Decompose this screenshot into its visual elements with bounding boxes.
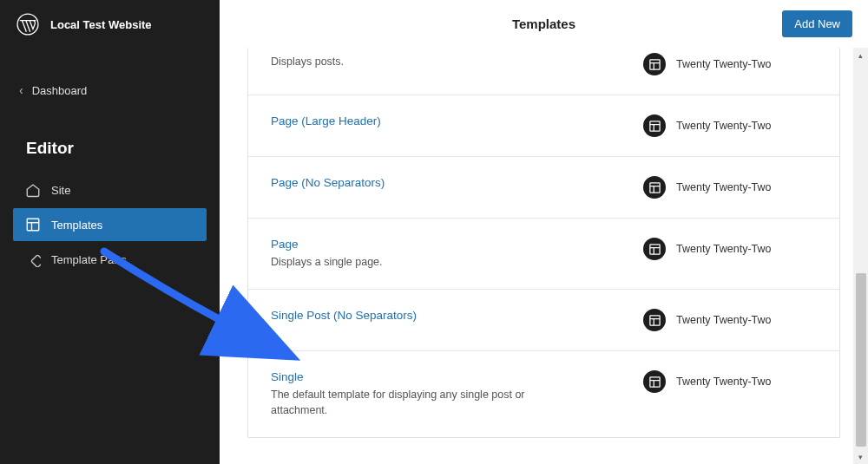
theme-name: Twenty Twenty-Two bbox=[676, 314, 772, 326]
svg-rect-1 bbox=[27, 219, 39, 231]
template-description: Displays posts. bbox=[271, 56, 344, 68]
vertical-scrollbar[interactable]: ▴ ▾ bbox=[853, 48, 868, 464]
template-link-single[interactable]: Single bbox=[271, 370, 643, 383]
template-link-page-no-separators[interactable]: Page (No Separators) bbox=[271, 176, 643, 189]
home-icon bbox=[25, 182, 44, 198]
template-link-single-post-no-separators[interactable]: Single Post (No Separators) bbox=[271, 309, 643, 322]
sidebar-header: Local Test Website bbox=[0, 0, 220, 49]
nav-item-templates[interactable]: Templates bbox=[13, 208, 207, 241]
svg-rect-8 bbox=[649, 121, 659, 130]
theme-name: Twenty Twenty-Two bbox=[676, 58, 772, 70]
template-link-page[interactable]: Page bbox=[271, 238, 643, 251]
back-label: Dashboard bbox=[32, 84, 88, 97]
nav-list: Site Templates Template Parts bbox=[0, 173, 220, 276]
scroll-down-icon[interactable]: ▾ bbox=[853, 449, 868, 464]
svg-rect-4 bbox=[31, 255, 41, 267]
page-title: Templates bbox=[512, 16, 575, 31]
diamond-icon bbox=[25, 252, 44, 267]
template-list: Displays posts. Twenty Twenty-Two Page (… bbox=[247, 48, 840, 438]
nav-label: Template Parts bbox=[51, 253, 127, 266]
template-row: Page Displays a single page. Twenty Twen… bbox=[248, 219, 839, 290]
theme-layout-icon bbox=[643, 53, 666, 75]
template-row: Single Post (No Separators) Twenty Twent… bbox=[248, 290, 839, 351]
wordpress-logo-icon[interactable] bbox=[16, 12, 40, 36]
svg-rect-20 bbox=[649, 377, 659, 387]
theme-name: Twenty Twenty-Two bbox=[676, 120, 772, 132]
theme-name: Twenty Twenty-Two bbox=[676, 243, 772, 255]
svg-rect-5 bbox=[649, 59, 659, 69]
content-area: Displays posts. Twenty Twenty-Two Page (… bbox=[220, 48, 868, 438]
theme-name: Twenty Twenty-Two bbox=[676, 376, 772, 388]
site-title: Local Test Website bbox=[50, 18, 152, 31]
template-row: Displays posts. Twenty Twenty-Two bbox=[248, 48, 839, 95]
main-content: Templates Add New Displays posts. Twenty… bbox=[220, 0, 868, 464]
theme-layout-icon bbox=[643, 114, 666, 137]
template-description: The default template for displaying any … bbox=[271, 387, 549, 418]
svg-rect-11 bbox=[649, 182, 659, 192]
template-description: Displays a single page. bbox=[271, 254, 549, 270]
chevron-left-icon: ‹ bbox=[19, 83, 23, 97]
top-bar: Templates Add New bbox=[220, 0, 868, 48]
theme-layout-icon bbox=[643, 370, 666, 393]
template-row: Page (No Separators) Twenty Twenty-Two bbox=[248, 157, 839, 219]
theme-layout-icon bbox=[643, 238, 666, 260]
back-to-dashboard[interactable]: ‹ Dashboard bbox=[0, 73, 220, 108]
svg-rect-17 bbox=[649, 316, 659, 325]
sidebar: Local Test Website ‹ Dashboard Editor Si… bbox=[0, 0, 220, 464]
template-row: Single The default template for displayi… bbox=[248, 351, 839, 437]
theme-layout-icon bbox=[643, 176, 666, 199]
layout-icon bbox=[25, 217, 44, 232]
nav-label: Site bbox=[51, 184, 70, 197]
theme-name: Twenty Twenty-Two bbox=[676, 181, 772, 193]
scroll-thumb[interactable] bbox=[856, 273, 866, 447]
scroll-up-icon[interactable]: ▴ bbox=[853, 48, 868, 62]
template-row: Page (Large Header) Twenty Twenty-Two bbox=[248, 95, 839, 157]
editor-heading: Editor bbox=[0, 139, 220, 158]
add-new-button[interactable]: Add New bbox=[782, 10, 852, 37]
svg-rect-14 bbox=[649, 244, 659, 253]
theme-layout-icon bbox=[643, 309, 666, 331]
nav-item-site[interactable]: Site bbox=[13, 173, 207, 206]
nav-item-template-parts[interactable]: Template Parts bbox=[13, 243, 207, 276]
template-link-page-large-header[interactable]: Page (Large Header) bbox=[271, 114, 643, 127]
nav-label: Templates bbox=[51, 219, 102, 232]
